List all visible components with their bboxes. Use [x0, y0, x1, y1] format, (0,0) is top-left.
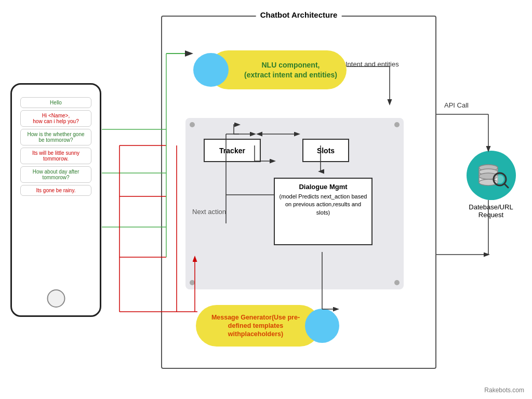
dialogue-mgmt-desc: (model Predicts next_action based on pre…	[279, 193, 367, 217]
svg-line-8	[504, 184, 508, 188]
dialogue-mgmt-title: Dialogue Mgmt	[299, 183, 347, 191]
database-svg	[473, 157, 509, 194]
intent-label: Intent and entities	[345, 60, 399, 68]
bubble-day-after: How about day after tommorow?	[20, 166, 92, 183]
next-action-label: Next action	[192, 208, 226, 216]
bubble-rainy: Its gone be rainy.	[20, 185, 92, 196]
arch-title: Chatbot Architecture	[256, 10, 342, 19]
corner-dot-bl	[190, 280, 195, 285]
database-label: Datebase/URLRequest	[469, 203, 513, 219]
main-container: Chatbot Architecture NLU component,(extr…	[0, 0, 532, 399]
nlu-wrapper: NLU component,(extract intent and entiti…	[193, 50, 349, 89]
svg-point-7	[496, 175, 504, 183]
dialogue-mgmt-box: Dialogue Mgmt (model Predicts next_actio…	[274, 178, 373, 245]
bubble-weather: How is the whether gone be tommorow?	[20, 129, 92, 145]
corner-dot-br	[394, 280, 400, 285]
database-icon	[467, 151, 516, 200]
phone: Hello Hi <Name>,how can i help you? How …	[10, 83, 101, 317]
msg-gen-wrapper: Message Generator(Use pre-defined templa…	[196, 305, 347, 347]
bubble-sunny: Its will be little sunny tommorow.	[20, 148, 92, 164]
bubble-hi-name: Hi <Name>,how can i help you?	[20, 110, 92, 127]
corner-dot-tr	[394, 122, 400, 127]
nlu-text: NLU component,(extract intent and entiti…	[235, 50, 347, 89]
bubble-hello: Hello	[20, 97, 92, 108]
database-wrapper: Datebase/URLRequest	[462, 151, 520, 219]
phone-screen: Hello Hi <Name>,how can i help you? How …	[16, 95, 96, 287]
api-call-label: API Call	[444, 101, 469, 109]
slots-box: Slots	[302, 139, 349, 162]
phone-home-button	[47, 289, 65, 308]
nlu-circle	[193, 53, 229, 87]
corner-dot-tl	[190, 122, 195, 127]
arch-box: Chatbot Architecture NLU component,(extr…	[161, 16, 436, 369]
watermark: Rakebots.com	[484, 387, 524, 394]
tracker-box: Tracker	[204, 139, 261, 162]
msg-gen-text: Message Generator(Use pre-defined templa…	[198, 305, 313, 347]
